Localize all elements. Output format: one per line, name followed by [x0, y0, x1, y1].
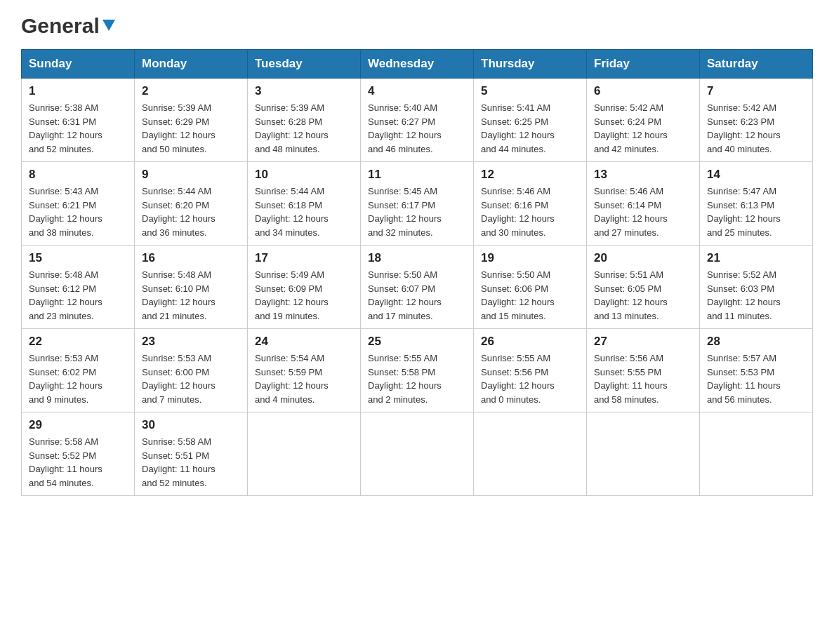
day-info: Sunrise: 5:50 AMSunset: 6:06 PMDaylight:…: [481, 268, 579, 323]
day-number: 10: [255, 168, 353, 182]
weekday-header-saturday: Saturday: [700, 50, 813, 79]
day-number: 11: [368, 168, 466, 182]
day-info: Sunrise: 5:48 AMSunset: 6:12 PMDaylight:…: [29, 268, 127, 323]
day-info: Sunrise: 5:42 AMSunset: 6:23 PMDaylight:…: [707, 101, 805, 156]
calendar-cell: 22 Sunrise: 5:53 AMSunset: 6:02 PMDaylig…: [22, 329, 135, 412]
weekday-header-tuesday: Tuesday: [248, 50, 361, 79]
day-info: Sunrise: 5:46 AMSunset: 6:14 PMDaylight:…: [594, 185, 692, 239]
calendar-cell: 25 Sunrise: 5:55 AMSunset: 5:58 PMDaylig…: [361, 329, 474, 412]
calendar-cell: 18 Sunrise: 5:50 AMSunset: 6:07 PMDaylig…: [361, 246, 474, 329]
calendar-cell: [361, 412, 474, 496]
calendar-cell: 26 Sunrise: 5:55 AMSunset: 5:56 PMDaylig…: [474, 329, 587, 412]
calendar-cell: 5 Sunrise: 5:41 AMSunset: 6:25 PMDayligh…: [474, 79, 587, 162]
day-number: 28: [707, 335, 805, 349]
weekday-header-sunday: Sunday: [22, 50, 135, 79]
day-info: Sunrise: 5:49 AMSunset: 6:09 PMDaylight:…: [255, 268, 353, 323]
calendar-cell: 21 Sunrise: 5:52 AMSunset: 6:03 PMDaylig…: [700, 246, 813, 329]
day-number: 21: [707, 251, 805, 265]
calendar-cell: 24 Sunrise: 5:54 AMSunset: 5:59 PMDaylig…: [248, 329, 361, 412]
day-info: Sunrise: 5:58 AMSunset: 5:51 PMDaylight:…: [142, 435, 240, 490]
weekday-header-row: SundayMondayTuesdayWednesdayThursdayFrid…: [22, 50, 813, 79]
day-number: 24: [255, 335, 353, 349]
day-info: Sunrise: 5:56 AMSunset: 5:55 PMDaylight:…: [594, 351, 692, 406]
day-info: Sunrise: 5:50 AMSunset: 6:07 PMDaylight:…: [368, 268, 466, 323]
day-info: Sunrise: 5:44 AMSunset: 6:20 PMDaylight:…: [142, 185, 240, 239]
calendar-cell: [474, 412, 587, 496]
day-number: 27: [594, 335, 692, 349]
calendar-cell: 19 Sunrise: 5:50 AMSunset: 6:06 PMDaylig…: [474, 246, 587, 329]
weekday-header-wednesday: Wednesday: [361, 50, 474, 79]
calendar-week-row: 1 Sunrise: 5:38 AMSunset: 6:31 PMDayligh…: [22, 79, 813, 162]
day-number: 26: [481, 335, 579, 349]
day-number: 30: [142, 418, 240, 432]
calendar-cell: 17 Sunrise: 5:49 AMSunset: 6:09 PMDaylig…: [248, 246, 361, 329]
day-info: Sunrise: 5:51 AMSunset: 6:05 PMDaylight:…: [594, 268, 692, 323]
calendar-week-row: 8 Sunrise: 5:43 AMSunset: 6:21 PMDayligh…: [22, 162, 813, 246]
day-info: Sunrise: 5:38 AMSunset: 6:31 PMDaylight:…: [29, 101, 127, 156]
day-number: 23: [142, 335, 240, 349]
day-number: 19: [481, 251, 579, 265]
day-info: Sunrise: 5:53 AMSunset: 6:00 PMDaylight:…: [142, 351, 240, 406]
day-info: Sunrise: 5:44 AMSunset: 6:18 PMDaylight:…: [255, 185, 353, 239]
day-number: 22: [29, 335, 127, 349]
day-info: Sunrise: 5:39 AMSunset: 6:28 PMDaylight:…: [255, 101, 353, 156]
calendar-cell: 13 Sunrise: 5:46 AMSunset: 6:14 PMDaylig…: [587, 162, 700, 246]
calendar-cell: [587, 412, 700, 496]
day-info: Sunrise: 5:55 AMSunset: 5:58 PMDaylight:…: [368, 351, 466, 406]
day-info: Sunrise: 5:46 AMSunset: 6:16 PMDaylight:…: [481, 185, 579, 239]
weekday-header-monday: Monday: [135, 50, 248, 79]
calendar-cell: 23 Sunrise: 5:53 AMSunset: 6:00 PMDaylig…: [135, 329, 248, 412]
day-info: Sunrise: 5:54 AMSunset: 5:59 PMDaylight:…: [255, 351, 353, 406]
calendar-cell: 15 Sunrise: 5:48 AMSunset: 6:12 PMDaylig…: [22, 246, 135, 329]
day-info: Sunrise: 5:55 AMSunset: 5:56 PMDaylight:…: [481, 351, 579, 406]
day-number: 14: [707, 168, 805, 182]
day-number: 18: [368, 251, 466, 265]
calendar-cell: 14 Sunrise: 5:47 AMSunset: 6:13 PMDaylig…: [700, 162, 813, 246]
calendar-cell: 6 Sunrise: 5:42 AMSunset: 6:24 PMDayligh…: [587, 79, 700, 162]
day-number: 17: [255, 251, 353, 265]
calendar-cell: 8 Sunrise: 5:43 AMSunset: 6:21 PMDayligh…: [22, 162, 135, 246]
day-number: 13: [594, 168, 692, 182]
day-number: 25: [368, 335, 466, 349]
day-number: 12: [481, 168, 579, 182]
day-info: Sunrise: 5:39 AMSunset: 6:29 PMDaylight:…: [142, 101, 240, 156]
day-number: 1: [29, 84, 127, 98]
day-number: 7: [707, 84, 805, 98]
calendar-cell: 30 Sunrise: 5:58 AMSunset: 5:51 PMDaylig…: [135, 412, 248, 496]
day-info: Sunrise: 5:57 AMSunset: 5:53 PMDaylight:…: [707, 351, 805, 406]
day-info: Sunrise: 5:42 AMSunset: 6:24 PMDaylight:…: [594, 101, 692, 156]
day-info: Sunrise: 5:40 AMSunset: 6:27 PMDaylight:…: [368, 101, 466, 156]
calendar-week-row: 22 Sunrise: 5:53 AMSunset: 6:02 PMDaylig…: [22, 329, 813, 412]
calendar-cell: 16 Sunrise: 5:48 AMSunset: 6:10 PMDaylig…: [135, 246, 248, 329]
svg-marker-0: [102, 20, 115, 31]
day-number: 6: [594, 84, 692, 98]
day-number: 20: [594, 251, 692, 265]
day-number: 8: [29, 168, 127, 182]
calendar-cell: 27 Sunrise: 5:56 AMSunset: 5:55 PMDaylig…: [587, 329, 700, 412]
calendar-table: SundayMondayTuesdayWednesdayThursdayFrid…: [21, 49, 813, 496]
weekday-header-thursday: Thursday: [474, 50, 587, 79]
day-number: 9: [142, 168, 240, 182]
logo-arrow-icon: [101, 17, 117, 32]
day-number: 3: [255, 84, 353, 98]
day-info: Sunrise: 5:48 AMSunset: 6:10 PMDaylight:…: [142, 268, 240, 323]
calendar-cell: 20 Sunrise: 5:51 AMSunset: 6:05 PMDaylig…: [587, 246, 700, 329]
page-header: General: [21, 14, 813, 35]
day-info: Sunrise: 5:43 AMSunset: 6:21 PMDaylight:…: [29, 185, 127, 239]
calendar-cell: 29 Sunrise: 5:58 AMSunset: 5:52 PMDaylig…: [22, 412, 135, 496]
calendar-cell: 28 Sunrise: 5:57 AMSunset: 5:53 PMDaylig…: [700, 329, 813, 412]
day-info: Sunrise: 5:41 AMSunset: 6:25 PMDaylight:…: [481, 101, 579, 156]
calendar-cell: 11 Sunrise: 5:45 AMSunset: 6:17 PMDaylig…: [361, 162, 474, 246]
calendar-week-row: 29 Sunrise: 5:58 AMSunset: 5:52 PMDaylig…: [22, 412, 813, 496]
day-info: Sunrise: 5:53 AMSunset: 6:02 PMDaylight:…: [29, 351, 127, 406]
calendar-cell: [248, 412, 361, 496]
day-number: 15: [29, 251, 127, 265]
day-info: Sunrise: 5:47 AMSunset: 6:13 PMDaylight:…: [707, 185, 805, 239]
calendar-cell: 1 Sunrise: 5:38 AMSunset: 6:31 PMDayligh…: [22, 79, 135, 162]
calendar-cell: 10 Sunrise: 5:44 AMSunset: 6:18 PMDaylig…: [248, 162, 361, 246]
calendar-cell: 2 Sunrise: 5:39 AMSunset: 6:29 PMDayligh…: [135, 79, 248, 162]
logo-general: General: [21, 14, 100, 38]
day-info: Sunrise: 5:52 AMSunset: 6:03 PMDaylight:…: [707, 268, 805, 323]
day-number: 16: [142, 251, 240, 265]
day-number: 4: [368, 84, 466, 98]
